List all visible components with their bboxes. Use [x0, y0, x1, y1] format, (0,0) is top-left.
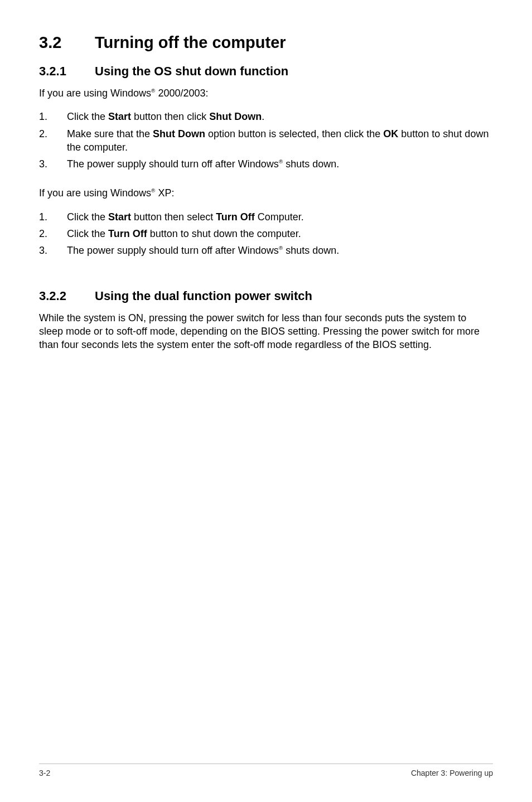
subsection-number: 3.2.2	[39, 289, 95, 303]
bold-text: Shut Down	[209, 111, 262, 122]
text-fragment: Computer.	[255, 211, 304, 223]
section-title: Turning off the computer	[95, 33, 286, 52]
section-number: 3.2	[39, 33, 95, 52]
text-fragment: button then select	[131, 211, 216, 223]
item-number: 1.	[39, 110, 67, 123]
bold-text: Start	[108, 211, 131, 223]
text-fragment: shuts down.	[283, 245, 339, 256]
text-fragment: Make sure that the	[67, 128, 153, 139]
text-fragment: If you are using Windows	[39, 187, 151, 199]
bold-text: Turn Off	[216, 211, 255, 223]
item-number: 1.	[39, 210, 67, 224]
bold-text: Shut Down	[153, 128, 205, 139]
text-fragment: Click the	[67, 228, 108, 239]
steps-list-win2000: 1. Click the Start button then click Shu…	[39, 110, 493, 171]
intro-text-winxp: If you are using Windows® XP:	[39, 186, 493, 200]
paragraph-text: While the system is ON, pressing the pow…	[39, 311, 493, 352]
text-fragment: Click the	[67, 111, 108, 122]
list-item: 3. The power supply should turn off afte…	[39, 244, 493, 257]
list-item: 2. Make sure that the Shut Down option b…	[39, 127, 493, 154]
item-number: 3.	[39, 157, 67, 171]
subsection-title: Using the dual function power switch	[95, 289, 312, 303]
text-fragment: If you are using Windows	[39, 88, 151, 99]
bold-text: Turn Off	[108, 228, 147, 239]
text-fragment: The power supply should turn off after W…	[67, 158, 279, 170]
steps-list-winxp: 1. Click the Start button then select Tu…	[39, 210, 493, 258]
item-text: The power supply should turn off after W…	[67, 157, 493, 171]
page-footer: 3-2 Chapter 3: Powering up	[39, 764, 493, 777]
intro-text-win2000: If you are using Windows® 2000/2003:	[39, 86, 493, 100]
subsection-heading: 3.2.1 Using the OS shut down function	[39, 64, 493, 79]
text-fragment: The power supply should turn off after W…	[67, 245, 279, 256]
list-item: 2. Click the Turn Off button to shut dow…	[39, 227, 493, 240]
subsection-title: Using the OS shut down function	[95, 64, 288, 79]
item-text: Click the Turn Off button to shut down t…	[67, 227, 493, 240]
bold-text: OK	[383, 128, 398, 139]
item-text: The power supply should turn off after W…	[67, 244, 493, 257]
subsection-number: 3.2.1	[39, 64, 95, 79]
item-text: Make sure that the Shut Down option butt…	[67, 127, 493, 154]
list-item: 1. Click the Start button then select Tu…	[39, 210, 493, 224]
bold-text: Start	[108, 111, 131, 122]
section-heading: 3.2 Turning off the computer	[39, 33, 493, 52]
item-number: 2.	[39, 127, 67, 154]
subsection-heading: 3.2.2 Using the dual function power swit…	[39, 289, 493, 303]
item-text: Click the Start button then select Turn …	[67, 210, 493, 224]
list-item: 1. Click the Start button then click Shu…	[39, 110, 493, 123]
text-fragment: option button is selected, then click th…	[205, 128, 383, 139]
text-fragment: shuts down.	[283, 158, 339, 170]
text-fragment: button to shut down the computer.	[147, 228, 301, 239]
text-fragment: 2000/2003:	[155, 88, 208, 99]
page-number: 3-2	[39, 769, 50, 777]
text-fragment: Click the	[67, 211, 108, 223]
list-item: 3. The power supply should turn off afte…	[39, 157, 493, 171]
chapter-label: Chapter 3: Powering up	[411, 769, 493, 777]
text-fragment: .	[262, 111, 264, 122]
item-number: 3.	[39, 244, 67, 257]
item-number: 2.	[39, 227, 67, 240]
text-fragment: button then click	[131, 111, 209, 122]
item-text: Click the Start button then click Shut D…	[67, 110, 493, 123]
text-fragment: XP:	[155, 187, 174, 199]
